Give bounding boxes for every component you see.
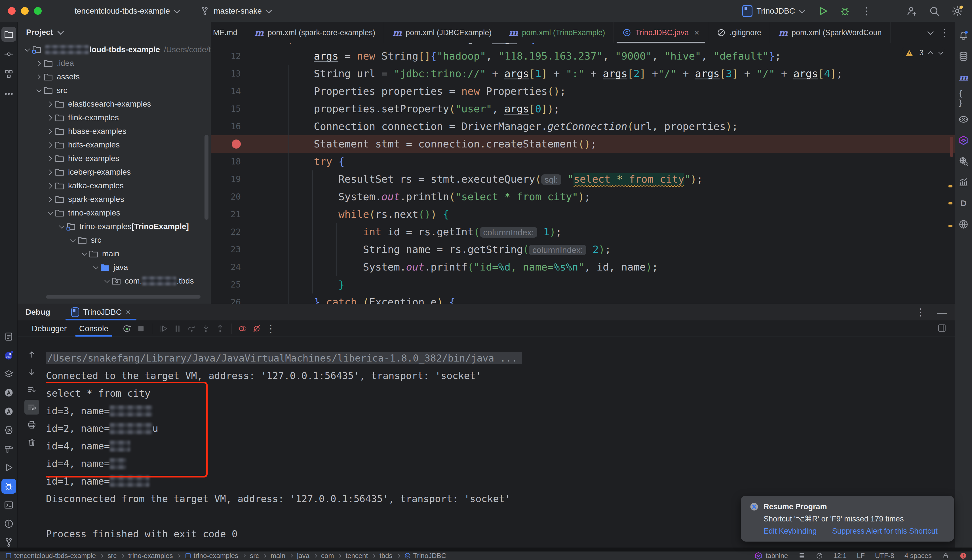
stripe-button-maven[interactable]: m — [956, 70, 971, 85]
next-problem-chevron-down-icon[interactable] — [938, 50, 943, 55]
editor-tab-pom.xml--JDBCExample-[interactable]: mpom.xml (JDBCExample) — [384, 22, 500, 43]
tree-item-.idea[interactable]: .idea — [18, 57, 211, 70]
line-number[interactable]: 26 — [211, 293, 253, 304]
tree-item-assets[interactable]: assets — [18, 70, 211, 83]
chevron-right-icon[interactable] — [33, 72, 43, 82]
step-into-button[interactable] — [199, 322, 213, 336]
settings-gear-button[interactable] — [951, 5, 964, 17]
editor-tab-pom.xml--TrinoExample-[interactable]: mpom.xml (TrinoExample) — [500, 22, 614, 43]
chevron-down-icon[interactable] — [56, 222, 66, 232]
tree-item-com.[interactable]: com..tbds — [18, 274, 211, 288]
line-number[interactable]: 21 — [211, 205, 253, 223]
edit-keybinding-link[interactable]: Edit Keybinding — [764, 527, 817, 536]
code-line-18[interactable]: 18 try { — [211, 153, 955, 170]
breakpoint-gutter[interactable] — [211, 135, 253, 153]
line-number[interactable]: 16 — [211, 118, 253, 135]
stripe-button-problems[interactable] — [2, 516, 16, 531]
code-line-16[interactable]: 16 Connection connection = DriverManager… — [211, 118, 955, 135]
hidden-tabs-chevron-icon[interactable] — [927, 28, 934, 35]
vcs-branch-widget[interactable]: master-snake — [200, 6, 270, 16]
breadcrumb-src[interactable]: src — [107, 552, 117, 560]
chevron-right-icon[interactable] — [44, 194, 55, 205]
editor-tab-pom.xml--SparkWordCoun[interactable]: mpom.xml (SparkWordCoun — [770, 22, 890, 43]
close-session-icon[interactable]: × — [126, 307, 131, 317]
stripe-button-lua[interactable]: Lua — [2, 348, 16, 363]
tree-item-iceberg-examples[interactable]: iceberg-examples — [18, 165, 211, 179]
debug-options-button[interactable]: ⋮ — [915, 307, 926, 317]
line-number[interactable]: 12 — [211, 47, 253, 65]
breadcrumb-trino-examples[interactable]: trino-examples — [185, 552, 238, 560]
chevron-down-icon[interactable] — [90, 262, 100, 272]
sort-lines-button[interactable] — [24, 382, 39, 397]
stripe-button-letter-a-4[interactable] — [2, 404, 16, 419]
chevron-right-icon[interactable] — [44, 153, 55, 163]
code-line-22[interactable]: 22 int id = rs.getInt(columnIndex: 1); — [211, 223, 955, 241]
chevron-right-icon[interactable] — [44, 181, 55, 191]
run-configuration-selector[interactable]: TrinoJDBC — [742, 5, 804, 17]
status-widget-12:1[interactable]: 12:1 — [833, 552, 847, 560]
tree-item-spark-examples[interactable]: spark-examples — [18, 193, 211, 206]
stripe-button-hammer[interactable] — [2, 442, 16, 456]
stop-button[interactable] — [134, 322, 148, 336]
debug-button[interactable] — [839, 5, 850, 17]
chevron-right-icon[interactable] — [44, 99, 55, 109]
chevron-right-icon[interactable] — [44, 113, 55, 123]
zoom-window-button[interactable] — [34, 7, 42, 15]
code-line-21[interactable]: 21 while(rs.next()) { — [211, 205, 955, 223]
stripe-button-commit[interactable] — [2, 47, 16, 62]
java-command-line[interactable]: /Users/snakefang/Library/Java/JavaVirtua… — [46, 352, 522, 364]
tree-item-elasticsearch-examples[interactable]: elasticsearch-examples — [18, 97, 211, 111]
breadcrumb-main[interactable]: main — [270, 552, 285, 560]
breadcrumb-src[interactable]: src — [250, 552, 259, 560]
close-window-button[interactable] — [8, 7, 16, 15]
line-number[interactable]: 24 — [211, 258, 253, 276]
stripe-button-profiler-chart[interactable] — [956, 175, 971, 190]
code-line-25[interactable]: 25 } — [211, 276, 955, 293]
bp-mute-button[interactable] — [250, 322, 264, 336]
status-widget-gauge[interactable] — [816, 552, 823, 560]
status-widget-4 spaces[interactable]: 4 spaces — [905, 552, 932, 560]
run-button[interactable] — [817, 5, 829, 17]
layout-settings-button[interactable] — [937, 323, 947, 333]
tree-item-src[interactable]: src — [18, 233, 211, 247]
debug-view-tab-console[interactable]: Console — [73, 320, 115, 337]
editor-tab-ME.md[interactable]: ME.md — [211, 22, 246, 43]
chevron-down-icon[interactable] — [44, 208, 55, 218]
tree-item-hdfs-examples[interactable]: hdfs-examples — [18, 138, 211, 152]
kebab-button[interactable]: ⋮ — [264, 322, 278, 336]
minimize-window-button[interactable] — [21, 7, 28, 15]
line-number[interactable]: 13 — [211, 65, 253, 83]
status-widget-tabnine[interactable]: tabnine — [754, 552, 788, 560]
chevron-down-icon[interactable] — [22, 45, 32, 55]
breadcrumb-tencentcloud-tbds-example[interactable]: tencentcloud-tbds-example — [5, 552, 96, 560]
debug-view-tab-debugger[interactable]: Debugger — [25, 320, 73, 337]
tree-item-main[interactable]: main — [18, 247, 211, 261]
tree-item-java[interactable]: java — [18, 261, 211, 274]
code-line-15[interactable]: 15 properties.setProperty("user", args[0… — [211, 100, 955, 118]
code-editor[interactable]: 11 public static void main(String[] args… — [211, 43, 955, 304]
breadcrumb-com[interactable]: com — [321, 552, 334, 560]
tree-item-trino-examples[interactable]: trino-examples — [18, 206, 211, 220]
breadcrumb-java[interactable]: java — [297, 552, 309, 560]
rerun-button[interactable] — [120, 322, 134, 336]
code-line-11[interactable]: 11 public static void main(String[] args… — [211, 43, 955, 47]
tree-item-hbase-examples[interactable]: hbase-examples — [18, 125, 211, 138]
stripe-button-terminal[interactable] — [2, 498, 16, 512]
code-line-24[interactable]: 24 System.out.printf("id=%d, name=%s%n",… — [211, 258, 955, 276]
stripe-button-database[interactable] — [956, 49, 971, 64]
code-line-13[interactable]: 13 String url = "jdbc:trino://" + args[1… — [211, 65, 955, 83]
step-over-button[interactable] — [185, 322, 199, 336]
stripe-button-braces[interactable]: { } — [956, 91, 971, 106]
code-line-26[interactable]: 26 } catch (Exception e) { — [211, 293, 955, 304]
line-number[interactable]: 18 — [211, 153, 253, 170]
stripe-button-translate-globe[interactable] — [956, 217, 971, 232]
suppress-alert-link[interactable]: Suppress Alert for this Shortcut — [832, 527, 938, 536]
code-line-20[interactable]: 20 System.out.println("select * from cit… — [211, 188, 955, 205]
chevron-right-icon[interactable] — [44, 126, 55, 137]
stripe-button-letter-d[interactable]: D — [956, 196, 971, 211]
stripe-button-more[interactable] — [2, 87, 16, 101]
printer-button[interactable] — [24, 417, 39, 432]
line-number[interactable]: 15 — [211, 100, 253, 118]
tree-item-trino-examples[interactable]: trino-examples [TrinoExample] — [18, 220, 211, 233]
stripe-button-run[interactable] — [2, 460, 16, 475]
